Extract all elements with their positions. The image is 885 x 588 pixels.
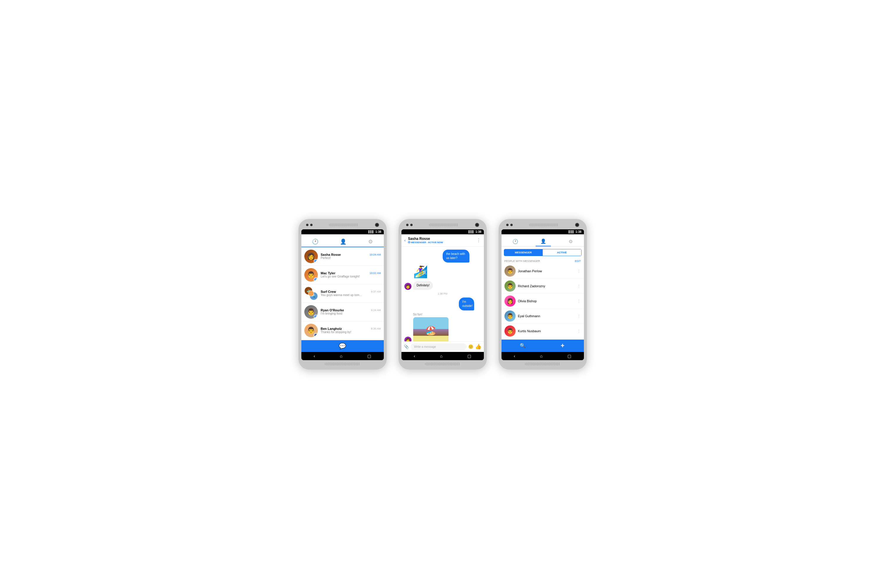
home-button-3[interactable]: ⌂ <box>540 354 542 358</box>
avatar-emoji-richard: 👨 <box>504 280 516 292</box>
back-button-3[interactable]: ‹ <box>514 354 515 358</box>
conv-name-mac: Mac Tyler <box>321 272 336 275</box>
msg-sofun-wrapper: 👩 So fun! 🏖️ <box>404 313 481 341</box>
badge-ben: f <box>314 333 318 337</box>
more-icon-eyal[interactable]: ⋮ <box>577 314 581 318</box>
phone-2-top <box>402 223 484 230</box>
status-bar-1: ▌▌▌ 1:38 <box>301 230 384 234</box>
tab-recents[interactable]: 🕐 <box>306 237 324 247</box>
conv-item-sasha[interactable]: 👩 ⓜ Sasha Rosse 10:24 AM Perfect! <box>301 247 384 266</box>
phone-3-bottom <box>501 360 584 366</box>
avatar-emoji-kurtis: 👨 <box>504 326 516 337</box>
back-button-2[interactable]: ‹ <box>414 354 415 358</box>
avatar-emoji-jonathan: 👨 <box>504 266 516 277</box>
emoji-icon[interactable]: 🙂 <box>468 344 473 349</box>
like-button[interactable]: 👍 <box>475 344 482 350</box>
home-button-2[interactable]: ⌂ <box>440 354 442 358</box>
status-text: MESSENGER · ACTIVE NOW <box>411 241 443 244</box>
front-camera <box>375 223 379 227</box>
msg-sticker: 🏄‍♀️ <box>413 265 428 279</box>
chat-icon[interactable]: 💬 <box>339 342 346 350</box>
conv-content-mac: Mac Tyler 10:02 AM Let's go see Giraffag… <box>321 272 381 278</box>
more-icon-jonathan[interactable]: ⋮ <box>577 269 581 273</box>
msg-beach: the beach with us later? <box>442 250 481 262</box>
badge-mac: ⓜ <box>314 278 318 282</box>
people-section-header: PEOPLE WITH MESSENGER EDIT <box>501 258 584 264</box>
conv-content-ryan: Ryan O'Rourke 9:24 AM I'm bringing food <box>321 308 381 315</box>
home-button-1[interactable]: ⌂ <box>340 354 342 358</box>
conv-preview-surf-crew: You guys wanna meet up tom... <box>321 293 381 297</box>
recent-button-2[interactable]: ▢ <box>467 354 471 358</box>
conv-content-sasha: Sasha Rosse 10:24 AM Perfect! <box>321 253 381 260</box>
avatar-emoji-eyal: 👨 <box>504 310 516 322</box>
phone-3: ▌▌▌ 1:38 🕐 👤 ⚙ MESSENGER ACTIVE PEOPLE W… <box>498 219 587 369</box>
search-button[interactable]: 🔍 <box>504 342 542 350</box>
people-item-richard[interactable]: 👨 Richard Zadorozny ⋮ <box>501 279 584 294</box>
conv-row1-ryan: Ryan O'Rourke 9:24 AM <box>321 308 381 312</box>
phone-2-screen: ▌▌▌ 1:38 ‹ Sasha Rosse ⓜ MESSENGER · ACT… <box>402 230 484 360</box>
chat-menu-button[interactable]: ⋮ <box>476 237 481 243</box>
conv-item-mac[interactable]: 👨 ⓜ Mac Tyler 10:02 AM Let's go see Gira… <box>301 266 384 284</box>
avatar-jonathan: 👨 <box>504 266 516 277</box>
message-input[interactable]: Write a message <box>411 344 467 350</box>
camera-dot-3 <box>406 224 408 226</box>
conv-row1-sasha: Sasha Rosse 10:24 AM <box>321 253 381 256</box>
tab-recents-p3[interactable]: 🕐 <box>508 237 523 246</box>
bottom-speaker-3 <box>525 363 560 366</box>
add-button[interactable]: + <box>544 342 582 350</box>
more-icon-kurtis[interactable]: ⋮ <box>577 329 581 333</box>
conv-content-ben: Ben Langholz 8:35 AM Thanks for stopping… <box>321 327 381 334</box>
recent-button-1[interactable]: ▢ <box>367 354 371 358</box>
camera-dot-5 <box>506 224 509 226</box>
tab-settings-p3[interactable]: ⚙ <box>564 237 578 246</box>
msg-bubble-outside: I'm outside! <box>459 297 474 310</box>
conv-name-sasha: Sasha Rosse <box>321 253 341 256</box>
conv-preview-ryan: I'm bringing food <box>321 312 381 315</box>
toggle-active[interactable]: ACTIVE <box>543 249 581 256</box>
conversations-app: 🕐 👤 ⚙ 👩 ⓜ Sasha Rosse 10:24 AM <box>301 234 384 352</box>
conv-row1-ben: Ben Langholz 8:35 AM <box>321 327 381 330</box>
conv-name-surf-crew: Surf Crew <box>321 290 336 293</box>
recent-button-3[interactable]: ▢ <box>567 354 571 358</box>
more-icon-richard[interactable]: ⋮ <box>577 284 581 288</box>
tab-settings[interactable]: ⚙ <box>362 237 379 247</box>
chat-contact-status: ⓜ MESSENGER · ACTIVE NOW <box>408 241 474 244</box>
camera-dot-6 <box>510 224 513 226</box>
conv-name-ryan: Ryan O'Rourke <box>321 308 344 312</box>
conv-item-ben[interactable]: 👨 f Ben Langholz 8:35 AM Thanks for stop… <box>301 321 384 340</box>
people-name-olivia: Olivia Bishop <box>518 299 575 303</box>
avatar-emoji-olivia: 👩 <box>504 296 516 307</box>
people-item-kurtis[interactable]: 👨 Kurtis Nusbaum ⋮ <box>501 324 584 339</box>
msg-avatar-sasha-2: 👩 <box>404 337 411 341</box>
time-display-2: 1:38 <box>475 230 481 233</box>
avatar-eyal: 👨 <box>504 310 516 322</box>
back-arrow[interactable]: ‹ <box>404 238 406 243</box>
msg-sofun-text: So fun! <box>413 313 449 316</box>
people-item-jonathan[interactable]: 👨 Jonathan Perlow ⋮ <box>501 264 584 279</box>
people-item-olivia[interactable]: 👩 Olivia Bishop ⋮ <box>501 294 584 309</box>
people-app: 🕐 👤 ⚙ MESSENGER ACTIVE PEOPLE WITH MESSE… <box>501 234 584 352</box>
chat-contact-name: Sasha Rosse <box>408 237 474 241</box>
more-icon-olivia[interactable]: ⋮ <box>577 299 581 303</box>
avatar-surf-crew: 🏄 🌊 <box>304 286 318 300</box>
bottom-speaker-1 <box>325 363 360 366</box>
tab-people[interactable]: 👤 <box>334 237 352 247</box>
conv-item-ryan[interactable]: 👨 ⓜ Ryan O'Rourke 9:24 AM I'm bringing f… <box>301 303 384 321</box>
edit-button[interactable]: EDIT <box>575 260 581 262</box>
people-item-eyal[interactable]: 👨 Eyal Guthmann ⋮ <box>501 309 584 324</box>
attach-icon[interactable]: 📎 <box>404 344 409 349</box>
back-button-1[interactable]: ‹ <box>314 354 315 358</box>
badge-ryan: ⓜ <box>314 315 318 319</box>
badge-sasha: ⓜ <box>314 259 318 263</box>
toggle-messenger[interactable]: MESSENGER <box>504 249 543 256</box>
nav-bar-2: ‹ ⌂ ▢ <box>402 352 484 360</box>
avatar-sasha: 👩 ⓜ <box>304 250 318 263</box>
conv-item-surf-crew[interactable]: 🏄 🌊 Surf Crew 9:37 AM You guys wanna mee… <box>301 284 384 303</box>
people-header: 🕐 👤 ⚙ <box>501 234 584 247</box>
people-name-jonathan: Jonathan Perlow <box>518 269 575 273</box>
tab-people-p3[interactable]: 👤 <box>536 237 551 246</box>
speaker-grill <box>329 224 358 226</box>
front-camera-3 <box>575 223 579 227</box>
people-name-eyal: Eyal Guthmann <box>518 314 575 318</box>
avatar-kurtis: 👨 <box>504 326 516 337</box>
